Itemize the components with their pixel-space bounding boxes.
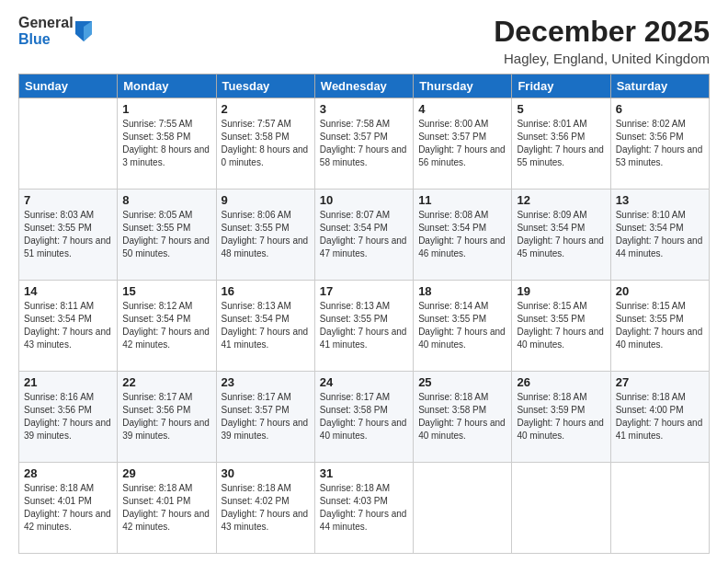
day-number: 26	[517, 375, 605, 389]
cell-content: Sunrise: 8:14 AMSunset: 3:55 PMDaylight:…	[418, 300, 506, 351]
day-number: 1	[122, 102, 210, 116]
calendar-week-0: 1Sunrise: 7:55 AMSunset: 3:58 PMDaylight…	[19, 98, 710, 190]
calendar-cell: 28Sunrise: 8:18 AMSunset: 4:01 PMDayligh…	[19, 463, 118, 554]
calendar-cell: 10Sunrise: 8:07 AMSunset: 3:54 PMDayligh…	[314, 190, 413, 281]
day-number: 12	[517, 193, 605, 207]
calendar-cell: 27Sunrise: 8:18 AMSunset: 4:00 PMDayligh…	[610, 372, 709, 463]
day-number: 17	[320, 284, 408, 298]
cell-content: Sunrise: 8:10 AMSunset: 3:54 PMDaylight:…	[616, 209, 704, 260]
day-number: 14	[24, 284, 112, 298]
cell-content: Sunrise: 8:17 AMSunset: 3:58 PMDaylight:…	[320, 391, 408, 442]
calendar-cell: 13Sunrise: 8:10 AMSunset: 3:54 PMDayligh…	[610, 190, 709, 281]
cell-content: Sunrise: 8:18 AMSunset: 4:00 PMDaylight:…	[616, 391, 704, 442]
calendar-cell: 3Sunrise: 7:58 AMSunset: 3:57 PMDaylight…	[314, 98, 413, 190]
cell-content: Sunrise: 8:17 AMSunset: 3:57 PMDaylight:…	[222, 391, 310, 442]
day-number: 8	[122, 193, 210, 207]
calendar-cell: 1Sunrise: 7:55 AMSunset: 3:58 PMDaylight…	[118, 98, 216, 190]
calendar-week-4: 28Sunrise: 8:18 AMSunset: 4:01 PMDayligh…	[19, 463, 710, 554]
calendar-cell	[414, 463, 512, 554]
calendar-table: SundayMondayTuesdayWednesdayThursdayFrid…	[18, 74, 710, 554]
day-number: 13	[616, 193, 704, 207]
subtitle: Hagley, England, United Kingdom	[494, 51, 710, 66]
day-number: 2	[222, 102, 310, 116]
cell-content: Sunrise: 8:02 AMSunset: 3:56 PMDaylight:…	[616, 118, 704, 169]
cell-content: Sunrise: 7:57 AMSunset: 3:58 PMDaylight:…	[222, 118, 310, 169]
day-number: 16	[222, 284, 310, 298]
day-number: 3	[320, 102, 408, 116]
cell-content: Sunrise: 8:18 AMSunset: 4:02 PMDaylight:…	[222, 482, 310, 534]
day-number: 31	[320, 466, 408, 480]
calendar-cell: 5Sunrise: 8:01 AMSunset: 3:56 PMDaylight…	[512, 98, 610, 190]
calendar-cell: 8Sunrise: 8:05 AMSunset: 3:55 PMDaylight…	[118, 190, 216, 281]
calendar-cell: 9Sunrise: 8:06 AMSunset: 3:55 PMDaylight…	[216, 190, 314, 281]
calendar-header-monday: Monday	[118, 75, 216, 98]
cell-content: Sunrise: 8:00 AMSunset: 3:57 PMDaylight:…	[418, 118, 506, 169]
day-number: 27	[616, 375, 704, 389]
logo-blue: Blue	[18, 31, 74, 48]
cell-content: Sunrise: 8:05 AMSunset: 3:55 PMDaylight:…	[122, 209, 210, 260]
cell-content: Sunrise: 7:55 AMSunset: 3:58 PMDaylight:…	[122, 118, 210, 169]
cell-content: Sunrise: 7:58 AMSunset: 3:57 PMDaylight:…	[320, 118, 408, 169]
main-title: December 2025	[494, 15, 710, 49]
calendar-header-saturday: Saturday	[610, 75, 709, 98]
day-number: 28	[24, 466, 112, 480]
day-number: 19	[517, 284, 605, 298]
title-section: December 2025 Hagley, England, United Ki…	[494, 15, 710, 66]
cell-content: Sunrise: 8:06 AMSunset: 3:55 PMDaylight:…	[222, 209, 310, 260]
calendar-cell: 15Sunrise: 8:12 AMSunset: 3:54 PMDayligh…	[118, 281, 216, 372]
calendar-cell: 16Sunrise: 8:13 AMSunset: 3:54 PMDayligh…	[216, 281, 314, 372]
calendar-cell: 6Sunrise: 8:02 AMSunset: 3:56 PMDaylight…	[610, 98, 709, 190]
calendar-cell: 30Sunrise: 8:18 AMSunset: 4:02 PMDayligh…	[216, 463, 314, 554]
cell-content: Sunrise: 8:16 AMSunset: 3:56 PMDaylight:…	[24, 391, 112, 442]
calendar-week-1: 7Sunrise: 8:03 AMSunset: 3:55 PMDaylight…	[19, 190, 710, 281]
day-number: 18	[418, 284, 506, 298]
calendar-header-row: SundayMondayTuesdayWednesdayThursdayFrid…	[19, 75, 710, 98]
day-number: 24	[320, 375, 408, 389]
cell-content: Sunrise: 8:15 AMSunset: 3:55 PMDaylight:…	[616, 300, 704, 351]
day-number: 30	[222, 466, 310, 480]
day-number: 25	[418, 375, 506, 389]
calendar-cell: 19Sunrise: 8:15 AMSunset: 3:55 PMDayligh…	[512, 281, 610, 372]
cell-content: Sunrise: 8:18 AMSunset: 4:03 PMDaylight:…	[320, 482, 408, 534]
calendar-header-sunday: Sunday	[19, 75, 118, 98]
day-number: 10	[320, 193, 408, 207]
calendar-cell: 4Sunrise: 8:00 AMSunset: 3:57 PMDaylight…	[414, 98, 512, 190]
calendar-cell: 17Sunrise: 8:13 AMSunset: 3:55 PMDayligh…	[314, 281, 413, 372]
day-number: 4	[418, 102, 506, 116]
calendar-header-thursday: Thursday	[414, 75, 512, 98]
calendar-cell: 24Sunrise: 8:17 AMSunset: 3:58 PMDayligh…	[314, 372, 413, 463]
calendar-cell: 20Sunrise: 8:15 AMSunset: 3:55 PMDayligh…	[610, 281, 709, 372]
calendar-cell: 21Sunrise: 8:16 AMSunset: 3:56 PMDayligh…	[19, 372, 118, 463]
calendar-header-friday: Friday	[512, 75, 610, 98]
calendar-cell: 12Sunrise: 8:09 AMSunset: 3:54 PMDayligh…	[512, 190, 610, 281]
calendar-cell: 14Sunrise: 8:11 AMSunset: 3:54 PMDayligh…	[19, 281, 118, 372]
cell-content: Sunrise: 8:18 AMSunset: 3:58 PMDaylight:…	[418, 391, 506, 442]
calendar-cell: 29Sunrise: 8:18 AMSunset: 4:01 PMDayligh…	[118, 463, 216, 554]
day-number: 20	[616, 284, 704, 298]
cell-content: Sunrise: 8:18 AMSunset: 4:01 PMDaylight:…	[24, 482, 112, 534]
cell-content: Sunrise: 8:15 AMSunset: 3:55 PMDaylight:…	[517, 300, 605, 351]
cell-content: Sunrise: 8:18 AMSunset: 3:59 PMDaylight:…	[517, 391, 605, 442]
day-number: 22	[122, 375, 210, 389]
day-number: 7	[24, 193, 112, 207]
calendar-week-3: 21Sunrise: 8:16 AMSunset: 3:56 PMDayligh…	[19, 372, 710, 463]
cell-content: Sunrise: 8:18 AMSunset: 4:01 PMDaylight:…	[122, 482, 210, 534]
calendar-cell	[610, 463, 709, 554]
cell-content: Sunrise: 8:03 AMSunset: 3:55 PMDaylight:…	[24, 209, 112, 260]
calendar-cell: 2Sunrise: 7:57 AMSunset: 3:58 PMDaylight…	[216, 98, 314, 190]
cell-content: Sunrise: 8:08 AMSunset: 3:54 PMDaylight:…	[418, 209, 506, 260]
calendar-header-wednesday: Wednesday	[314, 75, 413, 98]
logo-icon	[75, 21, 92, 41]
calendar-cell: 22Sunrise: 8:17 AMSunset: 3:56 PMDayligh…	[118, 372, 216, 463]
logo-text: General Blue	[18, 15, 74, 47]
cell-content: Sunrise: 8:13 AMSunset: 3:55 PMDaylight:…	[320, 300, 408, 351]
calendar-cell: 11Sunrise: 8:08 AMSunset: 3:54 PMDayligh…	[414, 190, 512, 281]
cell-content: Sunrise: 8:09 AMSunset: 3:54 PMDaylight:…	[517, 209, 605, 260]
day-number: 11	[418, 193, 506, 207]
calendar-cell: 18Sunrise: 8:14 AMSunset: 3:55 PMDayligh…	[414, 281, 512, 372]
day-number: 23	[222, 375, 310, 389]
logo: General Blue	[18, 15, 92, 47]
cell-content: Sunrise: 8:12 AMSunset: 3:54 PMDaylight:…	[122, 300, 210, 351]
logo-general: General	[18, 15, 74, 31]
day-number: 9	[222, 193, 310, 207]
